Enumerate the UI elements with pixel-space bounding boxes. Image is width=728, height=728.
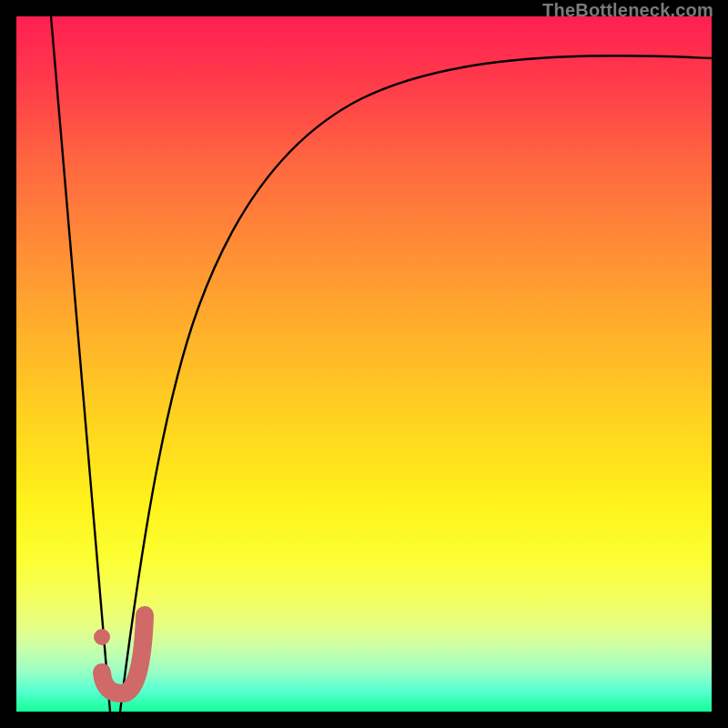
left-slope-line (51, 16, 110, 712)
watermark-text: TheBottleneck.com (542, 0, 713, 21)
chart-frame: TheBottleneck.com (0, 0, 728, 728)
j-dot (94, 629, 110, 645)
curves-svg (16, 16, 712, 712)
plot-area (16, 16, 712, 712)
right-curve-line (120, 56, 712, 712)
